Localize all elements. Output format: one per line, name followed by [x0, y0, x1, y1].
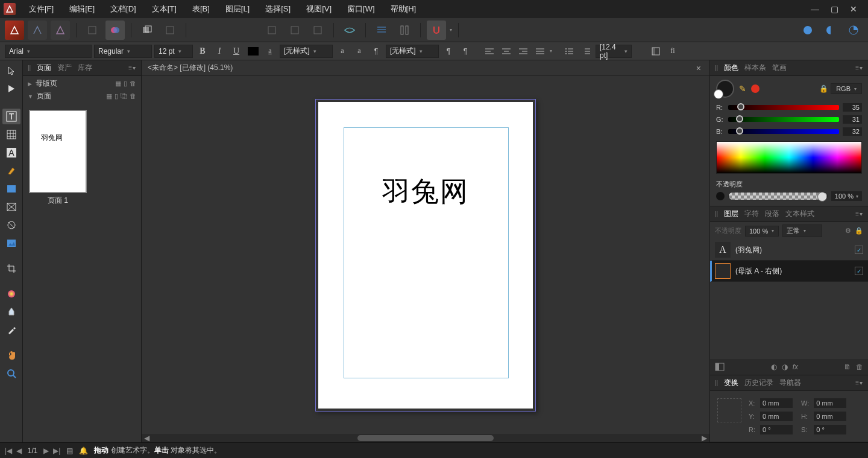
preview-mode[interactable]: [340, 21, 359, 40]
preflight-2[interactable]: [821, 21, 840, 40]
color-spectrum[interactable]: [716, 141, 862, 174]
text-frame[interactable]: [344, 127, 509, 378]
persona-publisher[interactable]: [5, 21, 24, 40]
tab-navigator[interactable]: 导航器: [779, 378, 801, 388]
layer-item-text[interactable]: A (羽兔网) ✓: [710, 240, 868, 261]
document-close[interactable]: ×: [696, 63, 703, 73]
menu-document[interactable]: 文档[D]: [103, 1, 143, 17]
red-slider[interactable]: [728, 105, 839, 110]
blend-mode-dropdown[interactable]: 正常: [782, 224, 822, 237]
page-nav[interactable]: |◀ ◀: [5, 447, 22, 455]
b-value[interactable]: 32: [843, 127, 862, 136]
align-center[interactable]: [499, 45, 514, 58]
show-pilcrow[interactable]: ¶: [458, 45, 473, 58]
opacity-slider[interactable]: [728, 192, 828, 200]
tab-transform[interactable]: 变换: [724, 378, 738, 388]
horizontal-scrollbar[interactable]: ◀ ▶: [142, 434, 709, 442]
color-panel-menu[interactable]: ≡▾: [855, 65, 863, 71]
master-single-icon[interactable]: ▯: [124, 80, 127, 87]
layers-mask-icon[interactable]: [715, 363, 725, 371]
last-color[interactable]: [751, 84, 760, 93]
layers-fx-icon[interactable]: ◐: [771, 363, 777, 371]
toolbar-clip-1[interactable]: [137, 21, 157, 40]
blue-slider[interactable]: [728, 129, 839, 134]
clear-para-style[interactable]: ¶: [441, 45, 456, 58]
page-spread-icon[interactable]: ▦: [106, 92, 112, 100]
panel-menu[interactable]: ≡▾: [128, 65, 136, 71]
canvas-text[interactable]: 羽兔网: [382, 173, 469, 211]
layers-adj-icon[interactable]: ◑: [782, 363, 788, 371]
panel-toggle-2[interactable]: fi: [665, 45, 680, 58]
page-single-icon[interactable]: ▯: [115, 92, 118, 100]
tab-assets[interactable]: 资产: [57, 63, 72, 73]
layers-fx2-icon[interactable]: fx: [793, 363, 798, 371]
opacity-value[interactable]: 100 %: [831, 191, 862, 201]
menu-window[interactable]: 窗口[W]: [340, 1, 382, 17]
node-tool[interactable]: [2, 81, 20, 97]
tab-paragraph[interactable]: 段落: [765, 209, 779, 219]
column-guides[interactable]: [395, 21, 414, 40]
tx-x[interactable]: 0 mm: [760, 398, 793, 408]
master-spread-icon[interactable]: ▦: [115, 80, 121, 87]
tab-stock[interactable]: 库存: [78, 63, 92, 73]
color-mode-dropdown[interactable]: RGB: [831, 83, 862, 94]
move-tool[interactable]: [2, 63, 20, 78]
master-delete-icon[interactable]: 🗑: [130, 80, 136, 87]
italic-button[interactable]: I: [212, 45, 227, 58]
list-bullet[interactable]: [562, 45, 576, 58]
menu-view[interactable]: 视图[V]: [299, 1, 339, 17]
layers-add-icon[interactable]: 🗎: [844, 363, 851, 371]
tx-s[interactable]: 0 °: [814, 425, 846, 434]
frame-text-tool[interactable]: A: [2, 145, 20, 161]
tab-swatches[interactable]: 样本条: [744, 63, 766, 73]
maximize-button[interactable]: ▢: [827, 4, 841, 14]
align-left[interactable]: [482, 45, 497, 58]
preflight-1[interactable]: [798, 21, 817, 40]
scrollbar-thumb[interactable]: [357, 435, 494, 441]
page-spread[interactable]: 羽兔网: [315, 99, 536, 412]
place-image-tool[interactable]: [2, 235, 20, 251]
layer-visible-1[interactable]: ✓: [855, 267, 863, 275]
fill-tool[interactable]: [2, 286, 20, 302]
list-number[interactable]: [579, 45, 593, 58]
fill-stroke-swatch[interactable]: [716, 80, 734, 98]
persona-designer[interactable]: [51, 21, 70, 40]
layers-delete-icon[interactable]: 🗑: [856, 363, 863, 371]
snapping-dropdown[interactable]: ▾: [450, 27, 452, 33]
canvas-viewport[interactable]: 羽兔网: [142, 76, 709, 434]
page-thumb-1[interactable]: 羽兔网: [29, 110, 87, 193]
layer-item-master[interactable]: (母版 A - 右侧) ✓: [710, 261, 868, 282]
tx-r[interactable]: 0 °: [760, 425, 793, 434]
tx-w[interactable]: 0 mm: [814, 398, 846, 408]
menu-table[interactable]: 表[B]: [185, 1, 217, 17]
anchor-selector[interactable]: [717, 398, 741, 422]
para-style-icon[interactable]: ¶: [369, 45, 383, 58]
document-tab[interactable]: <未命名> [已修改] (45.1%): [148, 63, 233, 73]
align-right[interactable]: [516, 45, 530, 58]
close-button[interactable]: ✕: [846, 4, 861, 14]
lock-icon[interactable]: 🔒: [819, 84, 828, 93]
menu-edit[interactable]: 编辑[E]: [62, 1, 102, 17]
green-slider[interactable]: [728, 117, 839, 122]
snapping-toggle[interactable]: [427, 21, 446, 40]
pages-row[interactable]: ▼ 页面 ▦ ▯ ⿻ 🗑: [28, 91, 136, 101]
tab-stroke[interactable]: 笔画: [772, 63, 787, 73]
color-picker-tool[interactable]: [2, 322, 20, 338]
rectangle-tool[interactable]: [2, 181, 20, 197]
minimize-button[interactable]: —: [808, 4, 822, 14]
char-style-icon[interactable]: a: [263, 45, 277, 58]
align-more[interactable]: ▾: [550, 48, 552, 54]
gear-icon[interactable]: ⚙: [845, 227, 851, 235]
underline-button[interactable]: U: [229, 45, 244, 58]
pen-tool[interactable]: [2, 163, 20, 179]
transform-panel-menu[interactable]: ≡▾: [855, 380, 863, 386]
clear-char-style[interactable]: a: [335, 45, 350, 58]
lock-layers-icon[interactable]: 🔒: [855, 227, 863, 235]
menu-help[interactable]: 帮助[H]: [383, 1, 424, 17]
toolbar-btn-2[interactable]: [105, 21, 125, 40]
persona-photo[interactable]: [28, 21, 47, 40]
page-delete-icon[interactable]: 🗑: [130, 92, 136, 100]
hand-tool[interactable]: [2, 348, 20, 363]
tab-color[interactable]: 颜色: [724, 63, 738, 73]
tab-history[interactable]: 历史记录: [744, 378, 773, 388]
